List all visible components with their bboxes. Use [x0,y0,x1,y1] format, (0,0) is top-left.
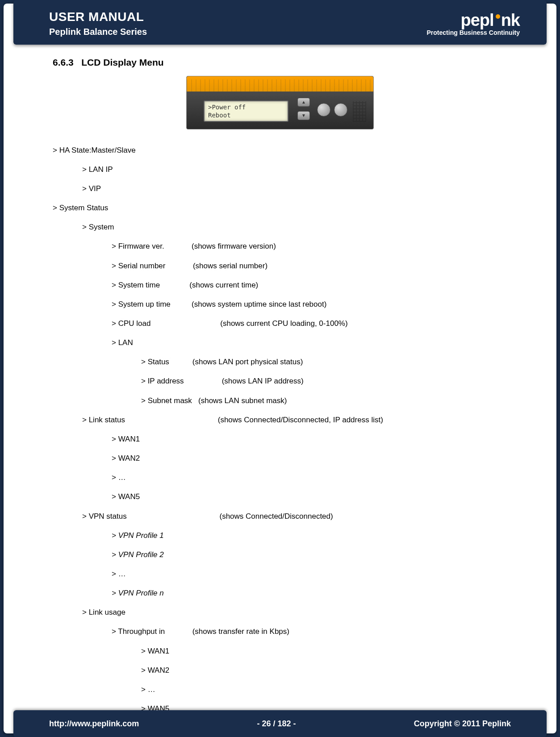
content: 6.6.3 LCD Display Menu >Power off Reboot… [53,57,507,680]
menu-wan5a: > WAN5 [53,492,507,502]
menu-vpnstatus: > VPN status (shows Connected/Disconnect… [53,512,507,521]
menu-dotsa: > … [53,473,507,483]
section-title: LCD Display Menu [81,57,163,67]
manual-subtitle: Peplink Balance Series [49,27,147,37]
round-button-1-icon [317,103,330,117]
logo-dot-icon [496,14,500,19]
menu-wan1b: > WAN1 [53,646,507,656]
menu-vpn2: > VPN Profile 2 [53,550,507,560]
menu-firmware: > Firmware ver. (shows firmware version) [53,242,507,251]
brand-tagline: Protecting Business Continuity [427,29,520,36]
footer-page-number: - 26 / 182 - [257,719,296,729]
menu-lanip: > LAN IP [53,165,507,175]
down-button-icon: ▼ [297,111,310,120]
vent-dots-icon [353,101,366,122]
section-heading: 6.6.3 LCD Display Menu [53,57,507,68]
menu-vpn1: > VPN Profile 1 [53,531,507,541]
round-button-2-icon [334,103,347,117]
section-number: 6.6.3 [53,57,74,67]
menu-wan2a: > WAN2 [53,454,507,463]
menu-ha: > HA State:Master/Slave [53,146,507,155]
menu-wan2b: > WAN2 [53,666,507,675]
lcd-screen: >Power off Reboot [204,100,288,122]
menu-systime: > System time (shows current time) [53,280,507,290]
header-left: USER MANUAL Peplink Balance Series [49,10,147,37]
device-top-panel [187,76,373,92]
footer-copyright: Copyright © 2011 Peplink [414,719,511,729]
menu-sysstatus: > System Status [53,203,507,213]
brand-logo: peplnk [461,11,520,30]
footer-url: http://www.peplink.com [49,719,139,729]
logo-prefix: pepl [461,11,494,30]
menu-serial: > Serial number (shows serial number) [53,261,507,271]
menu-wan1a: > WAN1 [53,434,507,444]
lcd-line-1: >Power off [208,103,284,111]
menu-ipaddr: > IP address (shows LAN IP address) [53,376,507,386]
menu-dotsv: > … [53,569,507,579]
header-right: peplnk Protecting Business Continuity [427,11,520,36]
menu-cpu: > CPU load (shows current CPU loading, 0… [53,319,507,329]
up-button-icon: ▲ [297,98,310,107]
page: USER MANUAL Peplink Balance Series pepln… [4,4,556,733]
menu-vpnn: > VPN Profile n [53,588,507,598]
manual-title: USER MANUAL [49,10,147,24]
menu-linkusage: > Link usage [53,608,507,617]
menu-status: > Status (shows LAN port physical status… [53,357,507,367]
menu-dotsb: > … [53,685,507,695]
menu-tree: > HA State:Master/Slave > LAN IP > VIP >… [53,136,507,737]
page-footer: http://www.peplink.com - 26 / 182 - Copy… [13,710,547,737]
menu-linkstatus: > Link status (shows Connected/Disconnec… [53,415,507,425]
logo-suffix: nk [501,11,520,30]
menu-vip: > VIP [53,184,507,194]
menu-system: > System [53,222,507,232]
menu-lan: > LAN [53,338,507,348]
page-header: USER MANUAL Peplink Balance Series pepln… [13,0,547,45]
menu-subnet: > Subnet mask (shows LAN subnet mask) [53,396,507,406]
menu-sysup: > System up time (shows system uptime si… [53,300,507,309]
lcd-line-2: Reboot [208,111,284,119]
device-illustration: >Power off Reboot ▲ ▼ [186,76,374,129]
menu-thin: > Throughput in (shows transfer rate in … [53,627,507,637]
